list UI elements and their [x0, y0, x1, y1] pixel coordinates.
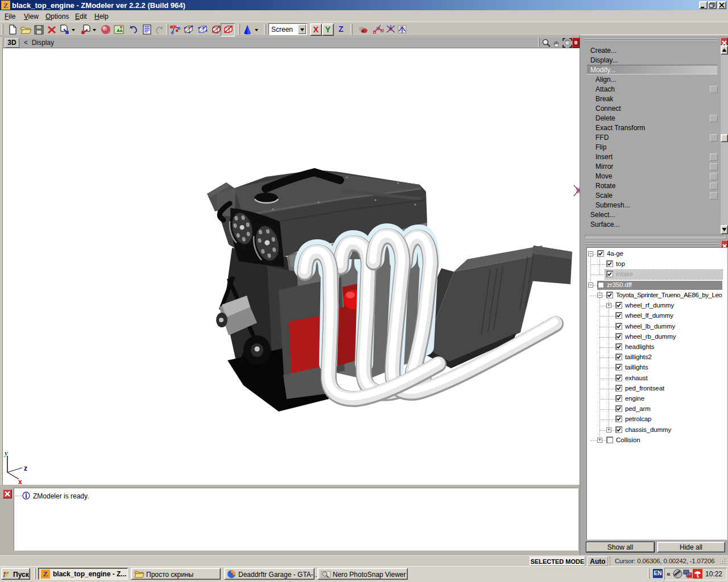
- svg-text:x: x: [18, 478, 22, 485]
- svg-text:y: y: [3, 448, 8, 457]
- svg-text:Z: Z: [3, 1, 9, 10]
- svg-text:z: z: [24, 464, 27, 472]
